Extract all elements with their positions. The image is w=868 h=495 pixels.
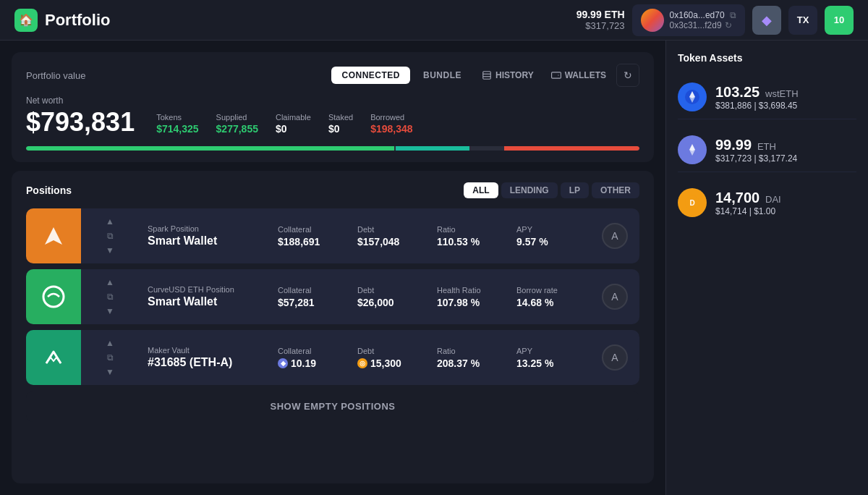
position-row-curve[interactable]: ▲ ⧉ ▼ CurveUSD ETH Position Smart Wallet… (26, 269, 639, 324)
portfolio-card: Portfolio value CONNECTED BUNDLE HISTORY… (12, 52, 654, 162)
stat-tokens: Tokens $714,325 (156, 113, 198, 135)
spark-protocol: Spark Position (148, 224, 263, 233)
maker-position-info: Maker Vault #31685 (ETH-A) (139, 346, 272, 369)
notification-button[interactable]: 10 (825, 6, 854, 35)
maker-collateral: Collateral ◆ 10.19 (272, 347, 352, 369)
spark-debt: Debt $157,048 (352, 225, 431, 248)
copy-position-icon-3[interactable]: ⧉ (107, 352, 114, 363)
dai-symbol: DAI (765, 194, 781, 205)
refresh-button[interactable]: ↻ (616, 64, 639, 87)
tab-wallets[interactable]: WALLETS (544, 67, 613, 84)
maker-icon (26, 330, 81, 385)
home-icon[interactable]: 🏠 (14, 9, 38, 32)
portfolio-value-label: Portfolio value (26, 70, 85, 81)
copy-icon[interactable]: ⧉ (730, 10, 736, 20)
eth-logo-button[interactable]: ◆ (752, 6, 781, 35)
dai-amount-line: 14,700 DAI (715, 190, 781, 206)
maker-debt: Debt ◎ 15,300 (352, 347, 431, 369)
maker-avatar: A (599, 342, 631, 373)
positions-card: Positions ALL LENDING LP OTHER ▲ ⧉ (12, 171, 654, 483)
spark-avatar-circle: A (602, 223, 628, 249)
curve-icon (26, 269, 81, 324)
wsteth-usd: $381,886 | $3,698.45 (715, 101, 799, 111)
curve-position-info: CurveUSD ETH Position Smart Wallet (139, 285, 272, 308)
eth-symbol: ETH (757, 141, 776, 152)
svg-point-4 (43, 287, 64, 307)
maker-debt-value: ◎ 15,300 (357, 358, 425, 369)
show-empty-button[interactable]: SHOW EMPTY POSITIONS (26, 391, 639, 422)
position-row-maker[interactable]: ▲ ⧉ ▼ Maker Vault #31685 (ETH-A) Collate… (26, 330, 639, 385)
wallet-address-primary: 0x160a...ed70 ⧉ (670, 10, 736, 20)
copy-position-icon[interactable]: ⧉ (107, 231, 114, 241)
progress-bar (26, 146, 639, 151)
tab-bundle[interactable]: BUNDLE (413, 67, 472, 84)
header-right: 99.99 ETH $317,723 0x160a...ed70 ⧉ 0x3c3… (576, 4, 854, 36)
position-row-spark[interactable]: ▲ ⧉ ▼ Spark Position Smart Wallet Collat… (26, 208, 639, 263)
stats-group: Tokens $714,325 Supplied $277,855 Claima… (156, 113, 412, 138)
filter-other[interactable]: OTHER (592, 182, 639, 198)
usd-amount: $317,723 (576, 20, 625, 31)
stat-supplied: Supplied $277,855 (216, 113, 258, 135)
positions-header: Positions ALL LENDING LP OTHER (26, 182, 639, 198)
maker-collateral-value: ◆ 10.19 (278, 358, 346, 369)
spark-avatar: A (599, 220, 631, 252)
eth-info-token: 99.99 ETH $317,723 | $3,177.24 (715, 137, 797, 164)
arrow-down-icon-3[interactable]: ▼ (106, 367, 114, 377)
dai-logo: D (678, 188, 707, 217)
curve-avatar: A (599, 281, 631, 313)
avatar (641, 9, 664, 32)
tx-button[interactable]: TX (788, 6, 817, 35)
eth-small-icon: ◆ (278, 358, 288, 368)
arrow-down-icon-2[interactable]: ▼ (106, 306, 114, 316)
curve-debt: Debt $26,000 (352, 286, 431, 308)
dai-icon: ◎ (357, 358, 367, 368)
arrow-down-icon[interactable]: ▼ (106, 245, 114, 255)
filter-all[interactable]: ALL (464, 182, 498, 198)
curve-apy: Borrow rate 14.68 % (511, 286, 590, 308)
dai-usd: $14,714 | $1.00 (715, 206, 781, 216)
token-row-dai: D 14,700 DAI $14,714 | $1.00 (678, 181, 856, 224)
arrow-up-icon-3[interactable]: ▲ (106, 338, 114, 348)
spark-apy: APY 9.57 % (511, 225, 590, 248)
position-meta-spark: ▲ ⧉ ▼ (81, 216, 139, 255)
spark-ratio: Ratio 110.53 % (431, 225, 511, 248)
main-layout: Portfolio value CONNECTED BUNDLE HISTORY… (0, 41, 868, 495)
filter-lending[interactable]: LENDING (501, 182, 558, 198)
wallet-address-sub: 0x3c31...f2d9 ↻ (670, 20, 736, 30)
curve-collateral: Collateral $57,281 (272, 286, 352, 308)
portfolio-card-header: Portfolio value CONNECTED BUNDLE HISTORY… (26, 64, 639, 87)
wsteth-info: 103.25 wstETH $381,886 | $3,698.45 (715, 84, 799, 111)
eth-amount: 99.99 ETH (576, 9, 625, 20)
wsteth-logo (678, 82, 707, 111)
right-panel: Token Assets 103.25 wstETH $381,886 | (665, 41, 868, 495)
tab-history[interactable]: HISTORY (475, 67, 541, 84)
stat-claimable: Claimable $0 (276, 113, 311, 135)
tab-connected[interactable]: CONNECTED (331, 67, 410, 84)
copy-position-icon-2[interactable]: ⧉ (107, 292, 114, 302)
eth-logo (678, 135, 707, 164)
curve-name: Smart Wallet (148, 295, 263, 308)
spark-position-info: Spark Position Smart Wallet (139, 224, 272, 248)
wsteth-amount: 103.25 (715, 84, 760, 100)
refresh-sub-icon[interactable]: ↻ (725, 20, 732, 30)
net-worth-block: Net worth $793,831 (26, 96, 135, 138)
spark-icon (26, 208, 81, 263)
net-worth-section: Net worth $793,831 Tokens $714,325 Suppl… (26, 96, 639, 138)
curve-protocol: CurveUSD ETH Position (148, 285, 263, 294)
progress-green (26, 146, 394, 151)
dai-info: 14,700 DAI $14,714 | $1.00 (715, 190, 781, 216)
arrow-up-icon[interactable]: ▲ (106, 216, 114, 227)
stat-staked: Staked $0 (328, 113, 353, 135)
maker-apy: APY 13.25 % (511, 347, 590, 369)
wsteth-amount-line: 103.25 wstETH (715, 84, 799, 101)
eth-amount-line: 99.99 ETH (715, 137, 797, 153)
net-worth-label: Net worth (26, 96, 135, 106)
wallet-badge[interactable]: 0x160a...ed70 ⧉ 0x3c31...f2d9 ↻ (632, 4, 745, 36)
token-assets-label: Token Assets (678, 52, 856, 64)
arrow-up-icon-2[interactable]: ▲ (106, 277, 114, 287)
svg-rect-3 (551, 72, 561, 78)
progress-spacer (471, 146, 503, 151)
filter-lp[interactable]: LP (561, 182, 589, 198)
wallet-addresses: 0x160a...ed70 ⧉ 0x3c31...f2d9 ↻ (670, 10, 736, 30)
token-row-wsteth: 103.25 wstETH $381,886 | $3,698.45 (678, 75, 856, 119)
